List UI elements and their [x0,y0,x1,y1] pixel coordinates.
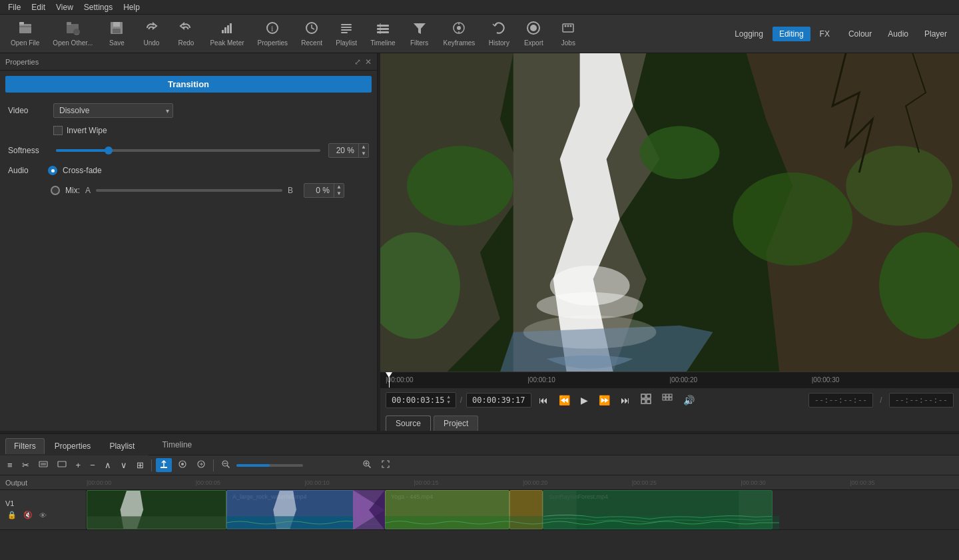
tl-down-btn[interactable]: ∨ [117,459,131,471]
tl-zoom-in-btn[interactable] [359,458,375,472]
volume-button[interactable]: 🔊 [680,394,698,407]
svg-rect-52 [663,398,665,400]
toolbar-playlist[interactable]: Playlist [330,18,362,49]
clip-1[interactable] [87,490,226,529]
view-fit-button[interactable] [637,392,655,408]
crossfade-row: Cross-fade [48,166,102,175]
tl-overwrite-btn[interactable] [54,458,70,472]
source-tab[interactable]: Source [386,416,431,431]
properties-close-icon[interactable]: ✕ [365,57,372,67]
toolbar-save[interactable]: Save [101,18,133,49]
toolbar-history[interactable]: History [483,18,515,49]
timecode-down[interactable]: ▼ [447,400,450,406]
tl-ripple-btn[interactable]: ⊞ [133,459,147,471]
tl-remove-btn[interactable]: − [87,459,99,471]
layout-tab-player[interactable]: Player [918,27,954,41]
svg-rect-58 [160,467,167,468]
toolbar-export[interactable]: Export [517,18,549,49]
tc-mark-1: |00:00:05 [196,479,305,486]
ruler-mark-3: |00:00:30 [812,376,954,384]
invert-wipe-row: Invert Wipe [8,126,369,135]
playlist-tab[interactable]: Playlist [101,438,143,454]
track-v1-content[interactable]: A_large_rock_waterfall.mp4 [87,490,959,529]
tl-loop-btn[interactable] [193,458,209,472]
properties-tab[interactable]: Properties [46,438,100,454]
track-lock-btn[interactable]: 🔒 [5,510,19,520]
softness-slider[interactable] [56,149,320,152]
properties-content: Video Dissolve Wipe Cut ▾ Invert Wipe So… [0,98,377,431]
softness-increment[interactable]: ▲ [359,144,368,150]
ruler-mark-1: |00:00:10 [527,376,669,384]
properties-panel: Properties ⤢ ✕ Transition Video Dissolve… [0,53,378,431]
tl-zoom-out-btn[interactable] [218,458,234,472]
menu-settings[interactable]: Settings [79,1,118,13]
crossfade-radio[interactable] [48,166,57,175]
project-tab[interactable]: Project [434,416,478,431]
rewind-button[interactable]: ⏪ [555,394,573,407]
toolbar-keyframes[interactable]: Keyframes [438,18,481,49]
menu-help[interactable]: Help [118,1,145,13]
toolbar-undo[interactable]: Undo [135,18,167,49]
menu-edit[interactable]: Edit [26,1,51,13]
layout-tab-fx[interactable]: FX [813,27,836,41]
mix-slider[interactable] [96,189,282,192]
svg-rect-18 [341,29,352,31]
preview-ruler: |00:00:00 |00:00:10 |00:00:20 |00:00:30 [380,372,959,388]
view-grid-button[interactable] [659,392,676,408]
fast-forward-button[interactable]: ⏩ [595,394,613,407]
mix-decrement[interactable]: ▼ [334,190,344,197]
filters-tab[interactable]: Filters [5,438,45,454]
toolbar-open-file[interactable]: Open File [5,18,45,49]
toolbar-redo[interactable]: Redo [170,18,202,49]
toolbar-timeline[interactable]: Timeline [365,18,400,49]
softness-spinner: ▲ ▼ [358,144,368,157]
svg-point-33 [567,25,569,27]
track-mute-btn[interactable]: 🔇 [21,510,35,520]
audio-row: Audio Cross-fade [8,166,369,175]
zoom-slider[interactable] [236,464,303,467]
softness-thumb[interactable] [105,146,113,154]
toolbar-jobs[interactable]: Jobs [552,18,584,49]
properties-resize-icon[interactable]: ⤢ [354,57,361,67]
tl-snap-btn[interactable] [156,458,172,472]
toolbar-properties[interactable]: i Properties [252,18,294,49]
mix-increment[interactable]: ▲ [334,184,344,190]
tc-mark-5: |00:00:25 [632,479,741,486]
track-v1-name: V1 [5,499,81,507]
menu-file[interactable]: File [3,1,26,13]
tl-split-btn[interactable]: ✂ [19,459,33,471]
timecode-spinner: ▲ ▼ [447,395,450,406]
transition-clip[interactable] [353,490,385,529]
tl-scrub-btn[interactable] [174,458,190,472]
toolbar-recent[interactable]: Recent [296,18,328,49]
tl-lift-btn[interactable] [35,458,51,472]
svg-rect-56 [41,463,46,465]
tl-menu-btn[interactable]: ≡ [4,459,16,471]
tl-add-btn[interactable]: + [73,459,85,471]
layout-tab-colour[interactable]: Colour [842,27,878,41]
tl-up-btn[interactable]: ∧ [101,459,115,471]
svg-line-64 [227,465,230,468]
menu-view[interactable]: View [51,1,79,13]
mix-radio[interactable] [51,186,60,195]
layout-tab-audio[interactable]: Audio [881,27,915,41]
softness-decrement[interactable]: ▼ [359,150,368,157]
playhead[interactable] [386,372,392,388]
toolbar-open-other[interactable]: ... Open Other... [47,18,98,49]
skip-to-start-button[interactable]: ⏮ [535,394,551,407]
tl-zoom-fit-btn[interactable] [378,458,394,472]
toolbar-peak-meter[interactable]: Peak Meter [204,18,249,49]
track-hide-btn[interactable]: 👁 [37,510,49,520]
video-dropdown[interactable]: Dissolve Wipe Cut [53,103,173,118]
mix-spinner: ▲ ▼ [334,184,344,197]
timecode-total-display: 00:00:39:17 [466,393,531,408]
layout-tab-editing[interactable]: Editing [773,27,810,41]
properties-icon: i [265,21,280,37]
layout-tab-logging[interactable]: Logging [728,27,770,41]
timecode-current-display: 00:00:03:15 ▲ ▼ [386,392,456,408]
toolbar-filters[interactable]: Filters [404,18,436,49]
skip-to-end-button[interactable]: ⏭ [617,394,633,407]
toolbar-history-label: History [489,39,509,47]
invert-wipe-checkbox[interactable] [53,126,63,135]
play-button[interactable]: ▶ [577,394,591,407]
